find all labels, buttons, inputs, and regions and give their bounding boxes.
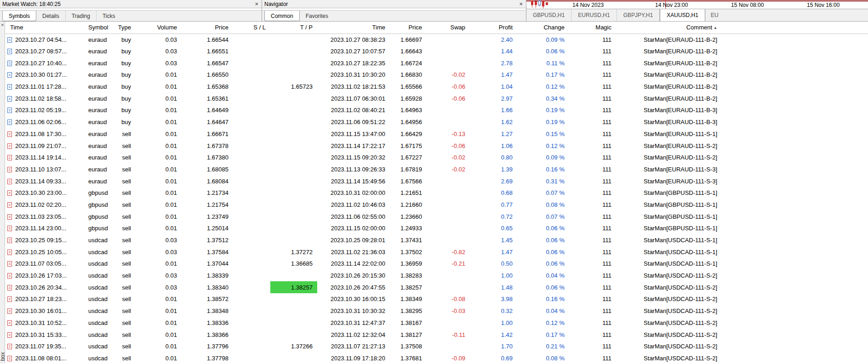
cell-comment: StarMan[EURAUD-111-B-2]	[616, 81, 722, 93]
cell-close-time: 2023.10.30 16:00:15	[317, 293, 390, 305]
table-row[interactable]: 2023.10.25 10:05... usdcad sell 0.03 1.3…	[5, 246, 868, 258]
col-header-profit[interactable]: Profit	[470, 22, 517, 34]
table-row[interactable]: 2023.11.10 13:07... euraud sell 0.01 1.6…	[5, 164, 868, 176]
close-icon[interactable]: ×	[255, 1, 258, 7]
cell-tp	[270, 69, 317, 81]
chart-tab-gbpjpy[interactable]: GBPJPY,H1	[617, 9, 660, 21]
table-row[interactable]: 2023.11.09 21:07... euraud sell 0.01 1.6…	[5, 140, 868, 152]
table-row[interactable]: 2023.11.01 17:28... euraud buy 0.01 1.65…	[5, 81, 868, 93]
col-header-open-time[interactable]: Time	[5, 22, 88, 34]
table-row[interactable]: 2023.11.02 02:20... gbpusd sell 0.01 1.2…	[5, 199, 868, 211]
tab-trading[interactable]: Trading	[65, 11, 96, 21]
tab-details[interactable]: Details	[36, 11, 65, 21]
cell-sl	[233, 92, 270, 104]
table-row[interactable]: 2023.10.27 04:54... euraud buy 0.03 1.66…	[5, 34, 868, 46]
cell-profit: 1.48	[470, 281, 517, 293]
cell-close-time: 2023.11.02 08:40:21	[317, 104, 390, 116]
table-row[interactable]: 2023.11.08 17:30... euraud sell 0.01 1.6…	[5, 128, 868, 140]
cell-symbol: usdcad	[88, 234, 110, 246]
cell-close-time: 2023.11.02 21:36:03	[317, 246, 390, 258]
col-header-magic[interactable]: Magic	[569, 22, 616, 34]
cell-close-time: 2023.11.13 09:26:33	[317, 164, 390, 176]
cell-change: 0.06 %	[517, 222, 569, 234]
cell-profit: 1.44	[470, 46, 517, 57]
cell-volume: 0.01	[136, 164, 182, 176]
tab-favorites[interactable]: Favorites	[300, 11, 334, 21]
cell-symbol: usdcad	[88, 270, 110, 282]
table-row[interactable]: 2023.11.02 05:19... euraud buy 0.01 1.64…	[5, 104, 868, 116]
table-row[interactable]: 2023.10.31 15:33... usdcad sell 0.01 1.3…	[5, 329, 868, 341]
col-header-close-time[interactable]: Time	[317, 22, 390, 34]
col-header-volume[interactable]: Volume	[136, 22, 182, 34]
cell-close-time: 2023.11.07 21:27:13	[317, 341, 390, 353]
cell-symbol: usdcad	[88, 317, 110, 329]
table-row[interactable]: 2023.10.27 08:57... euraud buy 0.03 1.66…	[5, 46, 868, 57]
table-row[interactable]: 2023.10.27 18:23... usdcad sell 0.01 1.3…	[5, 293, 868, 305]
cell-profit: 3.98	[470, 293, 517, 305]
close-icon[interactable]: ×	[1, 23, 4, 28]
cell-change: 0.21 %	[517, 341, 569, 353]
cell-open-time: 2023.11.03 23:05...	[5, 210, 88, 222]
cell-change: 0.08 %	[517, 353, 569, 364]
table-row[interactable]: 2023.10.26 20:34... usdcad sell 0.03 1.3…	[5, 281, 868, 293]
mt5-window: Market Watch: 18:40:25 × Symbols Details…	[0, 0, 868, 364]
col-header-swap[interactable]: Swap	[427, 22, 470, 34]
cell-comment: StarMan[EURAUD-111-B-2]	[616, 46, 722, 57]
table-row[interactable]: 2023.10.30 23:00... gbpusd sell 0.01 1.2…	[5, 187, 868, 199]
col-header-change[interactable]: Change	[517, 22, 569, 34]
table-row[interactable]: 2023.11.14 09:33... euraud sell 0.01 1.6…	[5, 175, 868, 187]
table-row[interactable]: 2023.11.14 23:00... gbpusd sell 0.01 1.2…	[5, 222, 868, 234]
table-row[interactable]: 2023.11.07 19:35... usdcad sell 0.01 1.3…	[5, 341, 868, 353]
chart-tab-xauusd[interactable]: XAUUSD,H1	[660, 9, 705, 21]
cell-sl	[233, 104, 270, 116]
tab-common[interactable]: Common	[264, 11, 300, 21]
cell-tp	[270, 92, 317, 104]
table-row[interactable]: 2023.10.27 10:40... euraud buy 0.03 1.66…	[5, 57, 868, 69]
table-row[interactable]: 2023.10.26 17:03... usdcad sell 0.03 1.3…	[5, 270, 868, 282]
table-row[interactable]: 2023.11.06 02:06... euraud buy 0.01 1.64…	[5, 116, 868, 128]
col-header-symbol[interactable]: Symbol	[88, 22, 110, 34]
table-row[interactable]: 2023.10.30 16:01... usdcad sell 0.01 1.3…	[5, 305, 868, 317]
col-header-open-price[interactable]: Price	[182, 22, 233, 34]
cell-magic: 111	[569, 116, 616, 128]
cell-close-price: 1.38295	[390, 305, 427, 317]
col-header-comment[interactable]: Comment▲	[616, 22, 722, 34]
cell-filler	[722, 34, 868, 46]
cell-filler	[722, 116, 868, 128]
col-header-type[interactable]: Type	[110, 22, 136, 34]
close-icon[interactable]: ×	[519, 1, 523, 7]
cell-symbol: euraud	[88, 164, 110, 176]
table-row[interactable]: 2023.11.14 19:14... euraud sell 0.01 1.6…	[5, 152, 868, 164]
cell-magic: 111	[569, 152, 616, 164]
cell-tp	[270, 329, 317, 341]
col-header-tp[interactable]: T / P	[270, 22, 317, 34]
deal-icon	[7, 332, 12, 338]
chart-tab-eurusd[interactable]: EURUSD,H1	[571, 9, 617, 21]
tab-ticks[interactable]: Ticks	[96, 11, 121, 21]
cell-open-price: 1.38336	[182, 317, 233, 329]
cell-swap	[427, 104, 470, 116]
table-row[interactable]: 2023.11.07 03:05... usdcad sell 0.01 1.3…	[5, 258, 868, 270]
table-row[interactable]: 2023.10.25 09:15... usdcad sell 0.03 1.3…	[5, 234, 868, 246]
cell-close-price: 1.38167	[390, 317, 427, 329]
cell-open-price: 1.37798	[182, 353, 233, 364]
col-header-sl[interactable]: S / L	[233, 22, 270, 34]
cell-symbol: usdcad	[88, 353, 110, 364]
table-row[interactable]: 2023.11.08 08:01... usdcad sell 0.01 1.3…	[5, 353, 868, 364]
table-row[interactable]: 2023.10.31 10:52... usdcad sell 0.01 1.3…	[5, 317, 868, 329]
cell-open-price: 1.38340	[182, 281, 233, 293]
cell-sl	[233, 187, 270, 199]
cell-open-price: 1.67378	[182, 140, 233, 152]
table-row[interactable]: 2023.10.30 01:27... euraud buy 0.01 1.66…	[5, 69, 868, 81]
cell-close-price: 1.37431	[390, 234, 427, 246]
cell-type: sell	[110, 128, 136, 140]
tab-symbols[interactable]: Symbols	[2, 11, 36, 21]
chart-tab-truncated[interactable]: EU	[705, 9, 719, 21]
table-row[interactable]: 2023.11.02 18:58... euraud buy 0.01 1.65…	[5, 92, 868, 104]
col-header-close-price[interactable]: Price	[390, 22, 427, 34]
cell-profit: 0.80	[470, 152, 517, 164]
cell-magic: 111	[569, 222, 616, 234]
cell-profit: 1.00	[470, 270, 517, 282]
table-row[interactable]: 2023.11.03 23:05... gbpusd sell 0.01 1.2…	[5, 210, 868, 222]
chart-tab-gbpusd[interactable]: GBPUSD,H1	[526, 9, 571, 21]
